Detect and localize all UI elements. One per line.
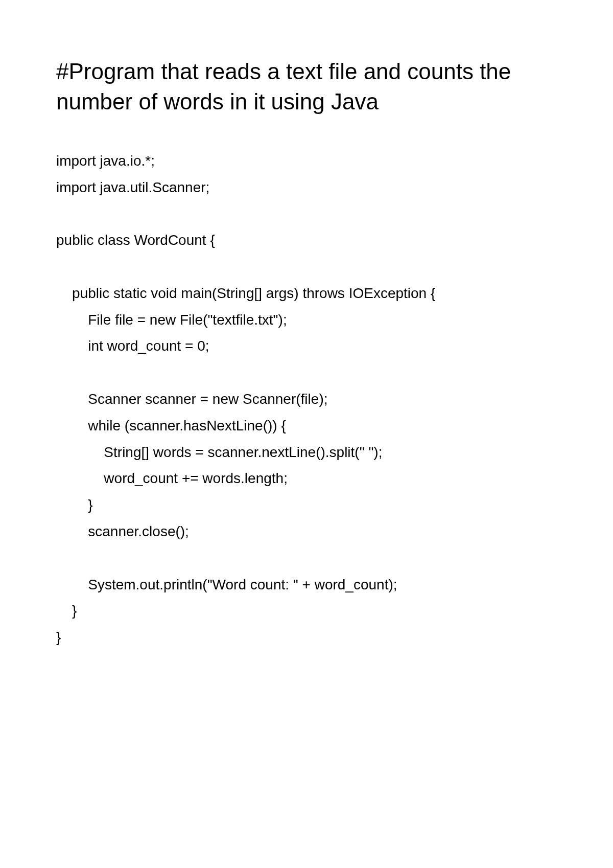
code-block: import java.io.*; import java.util.Scann… bbox=[56, 148, 557, 651]
code-line: public class WordCount { bbox=[56, 227, 557, 254]
code-line: } bbox=[56, 598, 557, 624]
code-blank-line bbox=[56, 254, 557, 280]
code-line: } bbox=[56, 624, 557, 651]
code-line: } bbox=[56, 492, 557, 518]
code-line: while (scanner.hasNextLine()) { bbox=[56, 413, 557, 439]
code-line: word_count += words.length; bbox=[56, 465, 557, 492]
code-line: File file = new File("textfile.txt"); bbox=[56, 307, 557, 333]
code-line: String[] words = scanner.nextLine().spli… bbox=[56, 439, 557, 466]
code-blank-line bbox=[56, 200, 557, 227]
code-line: int word_count = 0; bbox=[56, 333, 557, 359]
code-line: import java.util.Scanner; bbox=[56, 174, 557, 201]
code-line: import java.io.*; bbox=[56, 148, 557, 174]
document-title: #Program that reads a text file and coun… bbox=[56, 56, 557, 117]
code-blank-line bbox=[56, 359, 557, 386]
code-line: System.out.println("Word count: " + word… bbox=[56, 572, 557, 598]
code-line: public static void main(String[] args) t… bbox=[56, 280, 557, 307]
code-blank-line bbox=[56, 545, 557, 572]
code-line: Scanner scanner = new Scanner(file); bbox=[56, 386, 557, 413]
code-line: scanner.close(); bbox=[56, 518, 557, 545]
